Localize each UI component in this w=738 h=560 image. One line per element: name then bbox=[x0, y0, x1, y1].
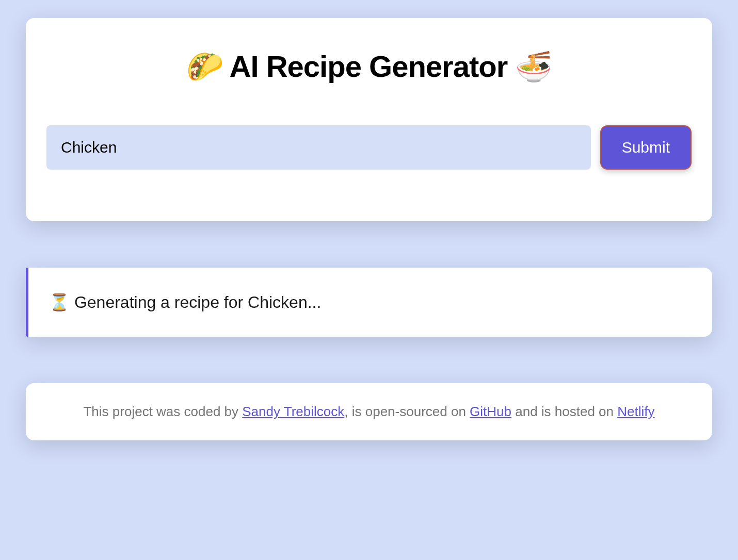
footer-text: This project was coded by Sandy Trebilco… bbox=[46, 404, 692, 420]
netlify-link[interactable]: Netlify bbox=[617, 404, 654, 419]
ingredient-form: Submit bbox=[46, 125, 692, 170]
footer-text-1: This project was coded by bbox=[83, 404, 242, 419]
status-card: ⏳ Generating a recipe for Chicken... bbox=[26, 268, 712, 337]
footer-text-3: and is hosted on bbox=[511, 404, 617, 419]
footer-card: This project was coded by Sandy Trebilco… bbox=[26, 383, 712, 440]
github-link[interactable]: GitHub bbox=[470, 404, 511, 419]
main-card: 🌮 AI Recipe Generator 🍜 Submit bbox=[26, 18, 712, 221]
page-title: 🌮 AI Recipe Generator 🍜 bbox=[46, 49, 692, 84]
status-message: ⏳ Generating a recipe for Chicken... bbox=[49, 292, 692, 312]
submit-button[interactable]: Submit bbox=[600, 125, 692, 170]
ingredient-input[interactable] bbox=[46, 125, 591, 170]
footer-text-2: , is open-sourced on bbox=[344, 404, 470, 419]
author-link[interactable]: Sandy Trebilcock bbox=[242, 404, 344, 419]
